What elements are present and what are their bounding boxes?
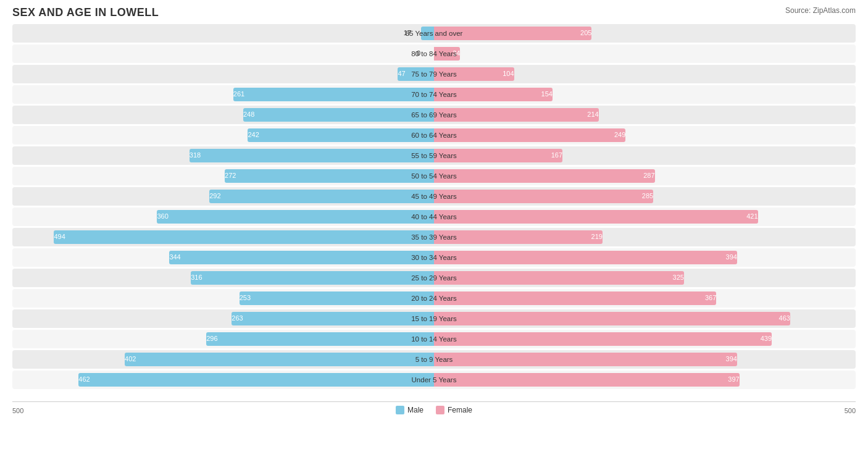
- bar-male: [157, 210, 434, 224]
- female-value: 394: [726, 253, 737, 261]
- chart-container: SEX AND AGE IN LOWELL Source: ZipAtlas.c…: [0, 0, 868, 457]
- male-value: 248: [243, 111, 254, 118]
- axis-left: 500: [12, 407, 23, 414]
- chart-row: 85 Years and over17205: [12, 24, 856, 43]
- male-value: 263: [232, 314, 243, 322]
- bar-male: [190, 149, 434, 162]
- axis-right: 500: [845, 407, 856, 414]
- chart-row: 80 to 84 Years034: [12, 44, 856, 63]
- female-value: 439: [761, 335, 772, 342]
- legend-male-label: Male: [407, 406, 424, 414]
- legend-female-label: Female: [448, 406, 472, 414]
- bar-female: [434, 149, 562, 162]
- male-value: 344: [169, 253, 180, 261]
- bar-female: [434, 169, 655, 183]
- bar-male: [243, 108, 434, 122]
- male-value: 292: [209, 192, 220, 199]
- bar-male: [54, 230, 434, 244]
- bar-female: [434, 190, 653, 203]
- chart-row: 65 to 69 Years248214: [12, 106, 856, 124]
- bar-female: [434, 332, 772, 346]
- bar-male: [206, 332, 434, 346]
- bar-female: [434, 67, 514, 81]
- female-value: 397: [728, 375, 739, 383]
- male-value: 261: [233, 90, 244, 98]
- legend: Male Female: [396, 406, 472, 414]
- chart-row: 45 to 49 Years292285: [12, 187, 856, 206]
- male-value: 360: [157, 212, 168, 220]
- male-value: 462: [78, 375, 90, 383]
- female-value: 367: [705, 294, 716, 301]
- bar-male: [125, 353, 434, 366]
- female-value: 325: [673, 274, 684, 281]
- axis-line: [12, 401, 856, 402]
- legend-female: Female: [436, 406, 472, 414]
- bar-female: [434, 312, 790, 325]
- male-value: 296: [206, 335, 217, 342]
- bar-female: [434, 373, 740, 387]
- bar-female: [434, 210, 758, 224]
- male-value: 402: [125, 355, 136, 363]
- male-value: 318: [190, 151, 201, 159]
- chart-row: 70 to 74 Years261154: [12, 85, 856, 104]
- chart-row: Under 5 Years462397: [12, 371, 856, 389]
- bar-female: [434, 27, 591, 40]
- chart-title: SEX AND AGE IN LOWELL: [12, 6, 856, 19]
- bar-female: [434, 353, 737, 366]
- male-value: 253: [240, 294, 251, 301]
- male-value: 316: [191, 274, 202, 281]
- bar-male: [78, 373, 434, 387]
- bar-female: [434, 108, 599, 122]
- female-value: 287: [643, 172, 654, 179]
- chart-row: 50 to 54 Years272287: [12, 167, 856, 185]
- female-value: 205: [580, 29, 591, 36]
- bar-female: [434, 230, 603, 244]
- male-value: 272: [225, 172, 236, 179]
- chart-row: 5 to 9 Years402394: [12, 350, 856, 369]
- chart-row: 75 to 79 Years47104: [12, 65, 856, 83]
- chart-row: 40 to 44 Years360421: [12, 208, 856, 226]
- chart-row: 35 to 39 Years494219: [12, 228, 856, 246]
- bar-male: [240, 291, 434, 305]
- bar-female: [434, 88, 553, 101]
- female-value: 463: [779, 314, 790, 322]
- female-value: 214: [587, 111, 598, 118]
- female-value: 104: [503, 70, 514, 77]
- chart-row: 60 to 64 Years242249: [12, 126, 856, 145]
- chart-area: 85 Years and over1720580 to 84 Years0347…: [12, 24, 856, 419]
- male-value: 494: [54, 233, 65, 240]
- chart-row: 10 to 14 Years296439: [12, 330, 856, 348]
- bar-male: [191, 271, 434, 285]
- bar-male: [233, 88, 434, 101]
- legend-male-box: [396, 406, 404, 414]
- chart-row: 20 to 24 Years253367: [12, 289, 856, 308]
- bar-female: [434, 291, 716, 305]
- legend-male: Male: [396, 406, 424, 414]
- chart-row: 15 to 19 Years263463: [12, 309, 856, 328]
- female-value: 167: [551, 151, 562, 159]
- female-value: 285: [642, 192, 653, 199]
- bar-male: [225, 169, 434, 183]
- female-value: 394: [726, 355, 737, 363]
- female-value: 421: [746, 212, 757, 220]
- female-value: 249: [614, 131, 625, 138]
- male-value: 47: [398, 70, 405, 77]
- bar-male: [169, 251, 434, 264]
- female-value: 154: [541, 90, 553, 98]
- male-value: 17: [404, 29, 411, 36]
- bar-female: [434, 128, 625, 142]
- chart-source: Source: ZipAtlas.com: [785, 6, 856, 15]
- bar-male: [421, 27, 434, 40]
- bar-female: [434, 251, 737, 264]
- bar-male: [232, 312, 434, 325]
- female-value: 34: [453, 49, 460, 57]
- chart-row: 55 to 59 Years318167: [12, 146, 856, 165]
- female-value: 219: [591, 233, 603, 240]
- male-value: 0: [417, 49, 420, 57]
- chart-row: 30 to 34 Years344394: [12, 248, 856, 267]
- bar-male: [209, 190, 434, 203]
- male-value: 242: [248, 131, 259, 138]
- bar-female: [434, 271, 684, 285]
- legend-female-box: [436, 406, 444, 414]
- chart-row: 25 to 29 Years316325: [12, 269, 856, 287]
